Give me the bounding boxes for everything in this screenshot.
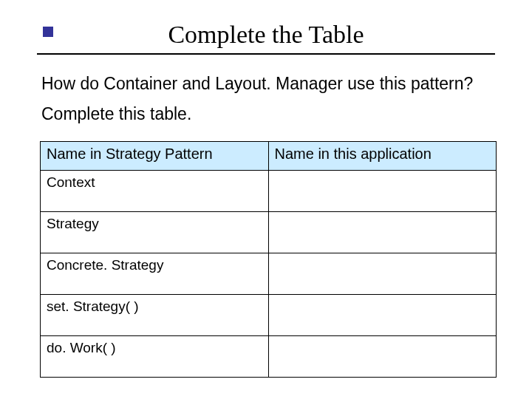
table-row: Concrete. Strategy <box>41 253 497 295</box>
table-row: Context <box>41 171 497 212</box>
cell-application[interactable] <box>268 253 497 295</box>
cell-application[interactable] <box>268 171 497 212</box>
body-line-1: How do Container and Layout. Manager use… <box>41 74 492 94</box>
slide-title: Complete the Table <box>163 21 368 53</box>
cell-pattern: set. Strategy( ) <box>41 295 269 336</box>
strategy-table: Name in Strategy Pattern Name in this ap… <box>40 141 497 378</box>
body-line-2: Complete this table. <box>41 104 492 124</box>
title-underline <box>37 53 495 55</box>
header-pattern: Name in Strategy Pattern <box>41 142 269 171</box>
cell-application[interactable] <box>268 295 497 336</box>
table-header-row: Name in Strategy Pattern Name in this ap… <box>41 142 497 171</box>
cell-application[interactable] <box>268 212 497 253</box>
cell-pattern: Strategy <box>41 212 269 253</box>
table-row: do. Work( ) <box>41 336 497 378</box>
cell-pattern: Concrete. Strategy <box>41 253 269 295</box>
table-row: set. Strategy( ) <box>41 295 497 336</box>
slide: { "title": "Complete the Table", "body":… <box>0 0 532 399</box>
title-area: Complete the Table <box>0 21 532 55</box>
body-text: How do Container and Layout. Manager use… <box>41 74 492 134</box>
cell-pattern: Context <box>41 171 269 212</box>
header-application: Name in this application <box>268 142 497 171</box>
cell-application[interactable] <box>268 336 497 378</box>
cell-pattern: do. Work( ) <box>41 336 269 378</box>
table-row: Strategy <box>41 212 497 253</box>
